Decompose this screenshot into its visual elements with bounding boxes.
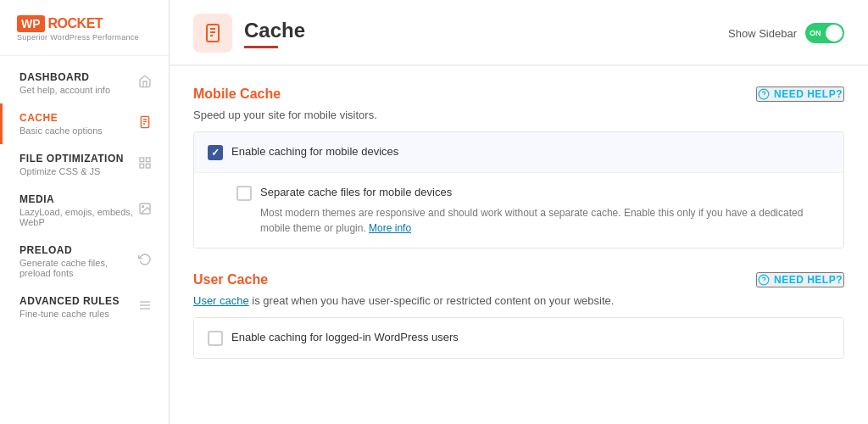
mobile-cache-title: Mobile Cache bbox=[193, 86, 281, 102]
separate-cache-files-wrap: Separate cache files for mobile devices bbox=[236, 185, 452, 201]
separate-cache-files-checkbox[interactable] bbox=[236, 186, 252, 201]
enable-mobile-caching-wrap: Enable caching for mobile devices bbox=[208, 144, 398, 160]
sidebar-item-preload[interactable]: PRELOAD Generate cache files, preload fo… bbox=[0, 236, 169, 287]
enable-mobile-caching-checkbox[interactable] bbox=[208, 145, 223, 160]
sidebar-nav: DASHBOARD Get help, account info CACHE B… bbox=[0, 56, 169, 424]
user-cache-link[interactable]: User cache bbox=[193, 294, 249, 307]
toggle-knob bbox=[826, 25, 843, 42]
user-cache-title: User Cache bbox=[193, 272, 268, 287]
enable-logged-in-cache-checkbox[interactable] bbox=[208, 331, 223, 346]
sidebar-item-cache[interactable]: CACHE Basic cache options bbox=[0, 103, 169, 144]
enable-logged-in-cache-wrap: Enable caching for logged-in WordPress u… bbox=[208, 330, 459, 346]
cache-page-icon bbox=[203, 23, 223, 43]
preload-icon bbox=[138, 253, 152, 270]
mobile-cache-header: Mobile Cache NEED HELP? bbox=[193, 86, 844, 102]
mobile-cache-section: Mobile Cache NEED HELP? Speed up your si… bbox=[193, 86, 844, 248]
sidebar: WP ROCKET Superior WordPress Performance… bbox=[0, 0, 170, 424]
logo-rocket: ROCKET bbox=[48, 16, 103, 31]
sidebar-item-file-optimization[interactable]: FILE OPTIMIZATION Optimize CSS & JS bbox=[0, 144, 169, 185]
media-icon bbox=[138, 202, 152, 219]
enable-mobile-caching-label: Enable caching for mobile devices bbox=[231, 144, 398, 159]
logo-subtitle: Superior WordPress Performance bbox=[17, 33, 152, 42]
svg-rect-4 bbox=[140, 158, 144, 162]
title-underline bbox=[244, 46, 278, 48]
home-icon bbox=[138, 75, 152, 92]
page-title-area: Cache bbox=[193, 14, 305, 53]
logo-area: WP ROCKET Superior WordPress Performance bbox=[0, 0, 169, 56]
user-cache-need-help[interactable]: NEED HELP? bbox=[756, 272, 844, 287]
page-header: Cache Show Sidebar ON bbox=[170, 0, 868, 66]
advanced-rules-icon bbox=[138, 298, 152, 315]
svg-rect-5 bbox=[146, 158, 150, 162]
user-cache-options: Enable caching for logged-in WordPress u… bbox=[193, 317, 844, 359]
cache-icon bbox=[138, 115, 152, 132]
sidebar-item-media[interactable]: MEDIA LazyLoad, emojis, embeds, WebP bbox=[0, 185, 169, 236]
sidebar-toggle-switch[interactable]: ON bbox=[805, 23, 844, 43]
user-help-icon bbox=[758, 274, 770, 286]
mobile-cache-description: Speed up your site for mobile visitors. bbox=[193, 109, 844, 121]
sidebar-toggle-label: Show Sidebar bbox=[728, 27, 797, 40]
file-optimization-icon bbox=[138, 156, 152, 173]
content-area: Mobile Cache NEED HELP? Speed up your si… bbox=[170, 66, 868, 424]
logo-wp: WP bbox=[17, 15, 45, 32]
mobile-cache-options: Enable caching for mobile devices Separa… bbox=[193, 131, 844, 248]
enable-logged-in-cache-label: Enable caching for logged-in WordPress u… bbox=[231, 330, 459, 345]
user-cache-description: User cache is great when you have user-s… bbox=[193, 294, 844, 307]
enable-mobile-caching-row: Enable caching for mobile devices bbox=[194, 132, 843, 173]
page-icon bbox=[193, 14, 232, 53]
sidebar-toggle-area: Show Sidebar ON bbox=[728, 23, 844, 43]
user-cache-header: User Cache NEED HELP? bbox=[193, 272, 844, 287]
page-title: Cache bbox=[244, 19, 305, 42]
sidebar-item-advanced-rules[interactable]: ADVANCED RULES Fine-tune cache rules bbox=[0, 287, 169, 327]
separate-cache-files-label: Separate cache files for mobile devices bbox=[260, 185, 452, 200]
enable-logged-in-cache-row: Enable caching for logged-in WordPress u… bbox=[194, 318, 843, 358]
user-cache-section: User Cache NEED HELP? User cache is grea… bbox=[193, 272, 844, 359]
sidebar-item-dashboard[interactable]: DASHBOARD Get help, account info bbox=[0, 63, 169, 103]
svg-rect-7 bbox=[146, 164, 150, 168]
toggle-on-label: ON bbox=[810, 29, 821, 37]
mobile-cache-need-help[interactable]: NEED HELP? bbox=[756, 86, 844, 102]
main-content: Cache Show Sidebar ON Mobile Cache NEED … bbox=[170, 0, 868, 424]
svg-point-9 bbox=[142, 206, 144, 208]
separate-cache-files-desc: Most modern themes are responsive and sh… bbox=[260, 205, 830, 236]
svg-rect-6 bbox=[140, 164, 144, 168]
separate-cache-files-row: Separate cache files for mobile devices … bbox=[194, 173, 843, 248]
more-info-link[interactable]: More info bbox=[369, 222, 411, 234]
help-icon bbox=[758, 88, 770, 100]
